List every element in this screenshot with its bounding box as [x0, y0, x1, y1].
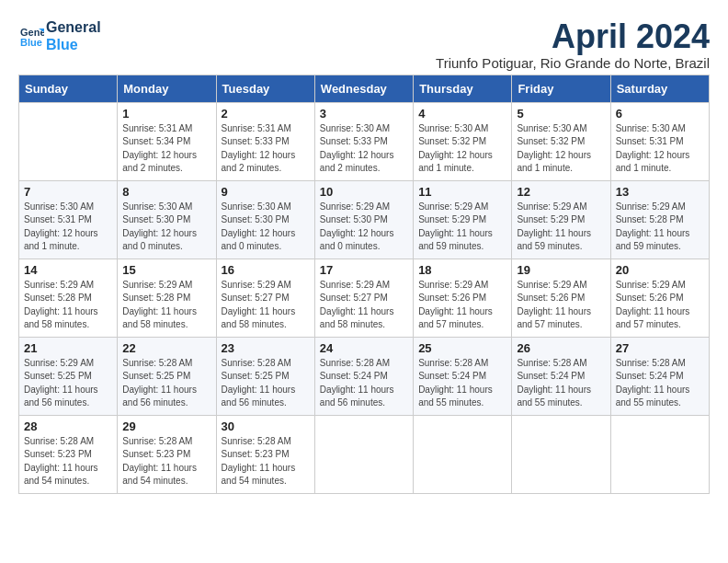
day-number: 15 — [122, 263, 210, 277]
day-cell: 29Sunrise: 5:28 AM Sunset: 5:23 PM Dayli… — [118, 415, 216, 493]
header-row: SundayMondayTuesdayWednesdayThursdayFrid… — [19, 75, 710, 102]
day-cell: 17Sunrise: 5:29 AM Sunset: 5:27 PM Dayli… — [314, 259, 413, 337]
day-cell: 21Sunrise: 5:29 AM Sunset: 5:25 PM Dayli… — [19, 337, 118, 415]
page-header: General Blue General Blue April 2024 Tri… — [18, 18, 710, 71]
column-header-sunday: Sunday — [19, 75, 118, 102]
day-cell: 6Sunrise: 5:30 AM Sunset: 5:31 PM Daylig… — [610, 102, 709, 180]
day-info: Sunrise: 5:29 AM Sunset: 5:26 PM Dayligh… — [517, 279, 605, 332]
day-cell: 5Sunrise: 5:30 AM Sunset: 5:32 PM Daylig… — [512, 102, 610, 180]
day-cell: 20Sunrise: 5:29 AM Sunset: 5:26 PM Dayli… — [610, 259, 709, 337]
day-info: Sunrise: 5:29 AM Sunset: 5:29 PM Dayligh… — [517, 201, 605, 254]
day-cell — [414, 415, 512, 493]
day-number: 8 — [122, 185, 210, 199]
day-number: 5 — [517, 107, 605, 121]
day-info: Sunrise: 5:30 AM Sunset: 5:30 PM Dayligh… — [222, 201, 310, 254]
day-info: Sunrise: 5:29 AM Sunset: 5:28 PM Dayligh… — [122, 279, 210, 332]
day-info: Sunrise: 5:29 AM Sunset: 5:28 PM Dayligh… — [616, 201, 704, 254]
day-number: 13 — [616, 185, 704, 199]
day-info: Sunrise: 5:28 AM Sunset: 5:25 PM Dayligh… — [122, 357, 210, 410]
day-info: Sunrise: 5:30 AM Sunset: 5:31 PM Dayligh… — [616, 122, 704, 176]
day-number: 19 — [517, 263, 605, 277]
day-cell: 11Sunrise: 5:29 AM Sunset: 5:29 PM Dayli… — [414, 180, 512, 259]
day-number: 1 — [122, 107, 210, 121]
day-cell: 22Sunrise: 5:28 AM Sunset: 5:25 PM Dayli… — [118, 337, 216, 415]
day-number: 29 — [122, 419, 210, 433]
day-cell: 1Sunrise: 5:31 AM Sunset: 5:34 PM Daylig… — [118, 102, 216, 180]
day-cell: 7Sunrise: 5:30 AM Sunset: 5:31 PM Daylig… — [19, 180, 118, 259]
column-header-saturday: Saturday — [610, 75, 709, 102]
week-row-1: 1Sunrise: 5:31 AM Sunset: 5:34 PM Daylig… — [19, 102, 710, 180]
day-cell: 2Sunrise: 5:31 AM Sunset: 5:33 PM Daylig… — [216, 102, 314, 180]
column-header-monday: Monday — [118, 75, 216, 102]
day-info: Sunrise: 5:28 AM Sunset: 5:25 PM Dayligh… — [222, 357, 310, 410]
day-number: 7 — [24, 185, 112, 199]
day-number: 20 — [616, 263, 704, 277]
day-number: 4 — [418, 107, 506, 121]
day-number: 12 — [517, 185, 605, 199]
day-info: Sunrise: 5:30 AM Sunset: 5:33 PM Dayligh… — [320, 122, 408, 176]
day-cell: 3Sunrise: 5:30 AM Sunset: 5:33 PM Daylig… — [314, 102, 413, 180]
day-cell: 25Sunrise: 5:28 AM Sunset: 5:24 PM Dayli… — [414, 337, 512, 415]
day-number: 22 — [122, 341, 210, 355]
day-cell: 24Sunrise: 5:28 AM Sunset: 5:24 PM Dayli… — [314, 337, 413, 415]
day-info: Sunrise: 5:29 AM Sunset: 5:27 PM Dayligh… — [222, 279, 310, 332]
column-header-thursday: Thursday — [414, 75, 512, 102]
day-cell: 13Sunrise: 5:29 AM Sunset: 5:28 PM Dayli… — [610, 180, 709, 259]
day-number: 6 — [616, 107, 704, 121]
day-info: Sunrise: 5:28 AM Sunset: 5:23 PM Dayligh… — [222, 435, 310, 488]
day-info: Sunrise: 5:30 AM Sunset: 5:31 PM Dayligh… — [24, 201, 112, 254]
day-info: Sunrise: 5:29 AM Sunset: 5:28 PM Dayligh… — [24, 279, 112, 332]
title-section: April 2024 Triunfo Potiguar, Rio Grande … — [436, 18, 710, 71]
day-cell: 14Sunrise: 5:29 AM Sunset: 5:28 PM Dayli… — [19, 259, 118, 337]
day-number: 17 — [320, 263, 408, 277]
week-row-3: 14Sunrise: 5:29 AM Sunset: 5:28 PM Dayli… — [19, 259, 710, 337]
logo-general: General — [46, 18, 101, 36]
week-row-5: 28Sunrise: 5:28 AM Sunset: 5:23 PM Dayli… — [19, 415, 710, 493]
day-number: 23 — [222, 341, 310, 355]
week-row-4: 21Sunrise: 5:29 AM Sunset: 5:25 PM Dayli… — [19, 337, 710, 415]
day-number: 18 — [418, 263, 506, 277]
day-info: Sunrise: 5:28 AM Sunset: 5:24 PM Dayligh… — [320, 357, 408, 410]
day-info: Sunrise: 5:31 AM Sunset: 5:34 PM Dayligh… — [122, 122, 210, 176]
day-info: Sunrise: 5:29 AM Sunset: 5:27 PM Dayligh… — [320, 279, 408, 332]
day-number: 9 — [222, 185, 310, 199]
day-number: 2 — [222, 107, 310, 121]
logo-icon: General Blue — [18, 23, 44, 49]
day-number: 26 — [517, 341, 605, 355]
day-number: 27 — [616, 341, 704, 355]
day-cell: 8Sunrise: 5:30 AM Sunset: 5:30 PM Daylig… — [118, 180, 216, 259]
day-cell: 10Sunrise: 5:29 AM Sunset: 5:30 PM Dayli… — [314, 180, 413, 259]
day-cell: 27Sunrise: 5:28 AM Sunset: 5:24 PM Dayli… — [610, 337, 709, 415]
day-cell: 26Sunrise: 5:28 AM Sunset: 5:24 PM Dayli… — [512, 337, 610, 415]
day-number: 25 — [418, 341, 506, 355]
day-info: Sunrise: 5:29 AM Sunset: 5:30 PM Dayligh… — [320, 201, 408, 254]
day-info: Sunrise: 5:28 AM Sunset: 5:23 PM Dayligh… — [24, 435, 112, 488]
day-number: 24 — [320, 341, 408, 355]
day-info: Sunrise: 5:28 AM Sunset: 5:24 PM Dayligh… — [517, 357, 605, 410]
day-cell: 9Sunrise: 5:30 AM Sunset: 5:30 PM Daylig… — [216, 180, 314, 259]
day-cell: 23Sunrise: 5:28 AM Sunset: 5:25 PM Dayli… — [216, 337, 314, 415]
day-cell — [512, 415, 610, 493]
day-cell: 28Sunrise: 5:28 AM Sunset: 5:23 PM Dayli… — [19, 415, 118, 493]
day-number: 10 — [320, 185, 408, 199]
column-header-wednesday: Wednesday — [314, 75, 413, 102]
day-number: 14 — [24, 263, 112, 277]
day-info: Sunrise: 5:30 AM Sunset: 5:30 PM Dayligh… — [122, 201, 210, 254]
calendar-table: SundayMondayTuesdayWednesdayThursdayFrid… — [18, 75, 710, 494]
day-info: Sunrise: 5:29 AM Sunset: 5:26 PM Dayligh… — [418, 279, 506, 332]
day-number: 28 — [24, 419, 112, 433]
day-info: Sunrise: 5:31 AM Sunset: 5:33 PM Dayligh… — [222, 122, 310, 176]
day-number: 21 — [24, 341, 112, 355]
day-info: Sunrise: 5:28 AM Sunset: 5:24 PM Dayligh… — [616, 357, 704, 410]
day-number: 16 — [222, 263, 310, 277]
month-title: April 2024 — [436, 18, 710, 55]
day-info: Sunrise: 5:28 AM Sunset: 5:24 PM Dayligh… — [418, 357, 506, 410]
day-info: Sunrise: 5:29 AM Sunset: 5:25 PM Dayligh… — [24, 357, 112, 410]
day-info: Sunrise: 5:29 AM Sunset: 5:29 PM Dayligh… — [418, 201, 506, 254]
location: Triunfo Potiguar, Rio Grande do Norte, B… — [436, 55, 710, 71]
day-number: 11 — [418, 185, 506, 199]
day-info: Sunrise: 5:30 AM Sunset: 5:32 PM Dayligh… — [418, 122, 506, 176]
day-number: 30 — [222, 419, 310, 433]
day-cell: 18Sunrise: 5:29 AM Sunset: 5:26 PM Dayli… — [414, 259, 512, 337]
day-cell — [19, 102, 118, 180]
